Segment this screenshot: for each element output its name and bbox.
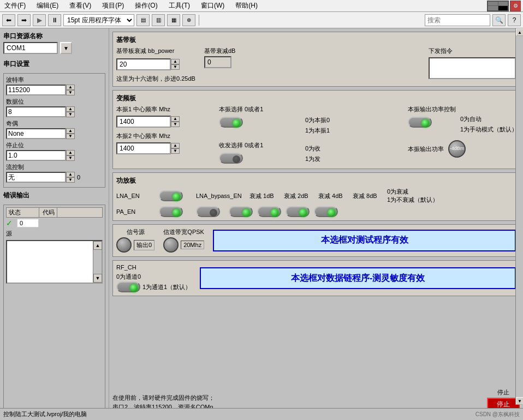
rfch-notes: 0为通道0 1为通道1（默认） [116,273,191,292]
bw-row: 20Mhz [163,237,204,253]
menu-help[interactable]: 帮助(H) [233,0,260,11]
signal-panel: 信号源 输出0 信道带宽QPSK 20Mhz 本选框对测试程序有 [112,224,520,257]
amp-panel: 功放板 LNA_EN LNA_bypass_EN 衰减 1dB 衰减 2dB 衰… [112,172,520,221]
osc2-row: ▲ ▼ [116,142,215,154]
toolbar-fwd[interactable]: ➡ [17,14,31,26]
menu-operate[interactable]: 操作(O) [133,0,159,11]
bb-power-up[interactable]: ▲ [171,59,180,64]
freq-col2: 本振选择 0或者1 收发选择 0或者1 [219,105,301,165]
error-code-col: 代码 [40,208,57,217]
attn-4db-btn[interactable] [286,206,310,217]
menu-file[interactable]: 文件(F) [2,0,28,11]
bb-power-down[interactable]: ▼ [171,64,180,70]
toolbar-pause[interactable]: ⏸ [48,14,61,26]
osc-sel-btn[interactable] [219,117,243,128]
osc-sel-led [233,119,240,127]
databits-up[interactable]: ▲ [66,106,75,112]
help-btn[interactable]: ? [508,14,521,26]
toolbar-plugin[interactable]: ⊕ [182,14,195,26]
amp-content: LNA_EN LNA_bypass_EN 衰减 1dB 衰减 2dB 衰减 4d… [116,188,516,217]
stopbits-input[interactable] [6,150,66,161]
flow-down[interactable]: ▼ [66,177,75,183]
pa-en-label: PA_EN [116,208,154,215]
search-btn[interactable]: 🔍 [492,14,506,26]
bw-area: 信道带宽QPSK 20Mhz [163,228,204,253]
search-input[interactable] [425,14,490,26]
font-select[interactable]: 15pt 应用程序字体 [63,14,134,26]
osc-output-power-row: 本振输出功率 -4dBm [408,140,523,158]
osc-sel-note1: 0为本振0 [305,116,403,124]
com-input[interactable] [3,42,58,54]
lna-bypass-btn[interactable] [196,206,220,217]
parity-label: 奇偶 [6,119,103,128]
baud-down[interactable]: ▼ [66,90,75,95]
attn-1db-btn[interactable] [229,206,253,217]
error-status-col: 状态 [7,208,39,217]
databits-down[interactable]: ▼ [66,112,75,117]
error-scrollbar: ▲ ▼ [93,241,102,283]
rfch-panel: RF_CH 0为通道0 1为通道1（默认） 本选框对数据链程序-测灵敏度有效 [112,260,520,296]
osc-power-toggle-led [421,119,429,127]
bb-power-input[interactable] [116,58,171,70]
baud-up[interactable]: ▲ [66,85,75,90]
bw-knob[interactable] [163,237,179,253]
stopbits-label: 停止位 [6,141,103,149]
sig-src-knob[interactable] [116,237,132,253]
toolbar-align2[interactable]: ▥ [152,14,165,26]
attn-8db-btn[interactable] [314,206,338,217]
osc2-spinbtns: ▲ ▼ [171,143,180,154]
pa-en-btn[interactable] [159,206,183,217]
osc-power-note2: 1为手动模式（默认） [460,125,518,134]
scroll-up-btn[interactable]: ▲ [93,241,102,250]
databits-input[interactable] [6,106,66,117]
scroll-down[interactable]: ▼ [516,397,523,405]
menu-project[interactable]: 项目(P) [100,0,126,11]
tx-rx-btn[interactable] [219,153,243,164]
flow-spinbtns: ▲ ▼ [66,172,75,183]
freq-panel: 变频板 本振1 中心频率 Mhz ▲ ▼ 本振2 中心频率 Mhz [112,90,520,169]
scroll-up[interactable]: ▲ [516,28,523,36]
attn-2db-btn[interactable] [257,206,281,217]
baud-input[interactable] [6,85,66,95]
osc1-down[interactable]: ▼ [171,122,180,127]
rfch-toggle-btn[interactable] [116,281,140,292]
grid-icon [487,1,509,11]
parity-up[interactable]: ▲ [66,128,75,134]
power-knob[interactable]: -4dBm [448,140,466,158]
lna-en-btn[interactable] [159,190,183,201]
osc2-down[interactable]: ▼ [171,148,180,154]
stopbits-up[interactable]: ▲ [66,150,75,155]
osc-power-toggle-btn[interactable] [408,117,432,128]
parity-input[interactable] [6,128,66,139]
footer-bar: 控制陆工大测试.lvproj/我的电脑 CSDN @东枫科技 [0,408,523,420]
com-dropdown-btn[interactable]: ▼ [60,42,72,54]
lna-bypass-label: LNA_bypass_EN [196,193,245,199]
menu-view[interactable]: 查看(V) [67,0,93,11]
menu-window[interactable]: 窗口(W) [199,0,227,11]
stopbits-down[interactable]: ▼ [66,155,75,161]
osc1-up[interactable]: ▲ [171,116,180,122]
menubar: 文件(F) 编辑(E) 查看(V) 项目(P) 操作(O) 工具(T) 窗口(W… [0,0,523,12]
parity-down[interactable]: ▼ [66,134,75,139]
menu-edit[interactable]: 编辑(E) [34,0,61,11]
bb-power-label: 基带板衰减 bb_power [116,47,195,55]
flow-up[interactable]: ▲ [66,172,75,177]
attn-2db-label: 衰减 2dB [284,192,314,200]
flow-input[interactable] [6,172,66,183]
toolbar-align3[interactable]: ▦ [167,14,180,26]
baud-spinbtns: ▲ ▼ [66,85,75,95]
amp-title: 功放板 [116,176,516,185]
osc2-up[interactable]: ▲ [171,143,180,148]
error-data-row: ✓ 0 [6,219,103,227]
bb-power-row: ▲ ▼ [116,58,195,70]
toolbar: ⬅ ➡ ▶ ⏸ 15pt 应用程序字体 ▤ ▥ ▦ ⊕ 🔍 ? [0,12,523,28]
toolbar-align1[interactable]: ▤ [136,14,150,26]
toolbar-back[interactable]: ⬅ [2,14,15,26]
osc2-input[interactable] [116,142,171,154]
menu-tools[interactable]: 工具(T) [167,0,192,11]
scroll-down-btn[interactable]: ▼ [93,274,102,283]
osc1-input[interactable] [116,116,171,128]
error-table-header: 状态 代码 [6,207,103,218]
xia-fa-input[interactable] [429,57,516,79]
toolbar-run[interactable]: ▶ [33,14,46,26]
